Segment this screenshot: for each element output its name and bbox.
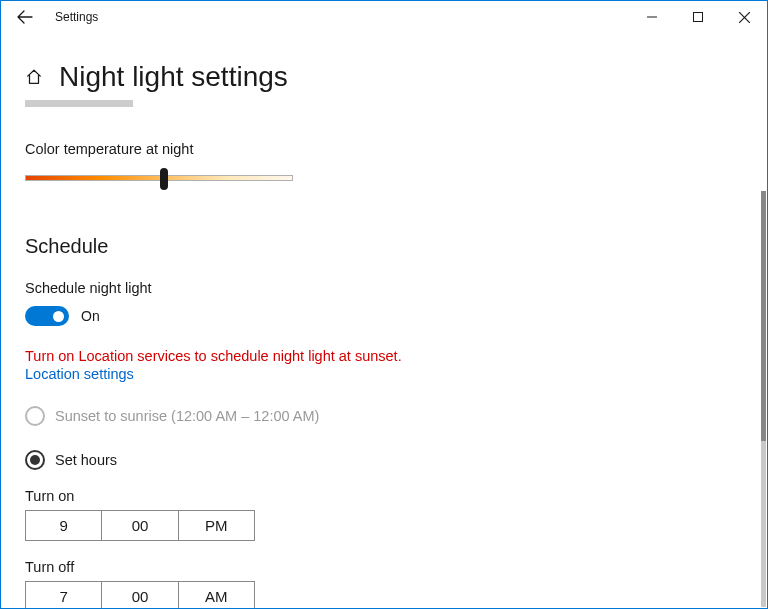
schedule-heading: Schedule bbox=[25, 235, 743, 258]
radio-sethours[interactable] bbox=[25, 450, 45, 470]
radio-sunset-row: Sunset to sunrise (12:00 AM – 12:00 AM) bbox=[25, 406, 743, 426]
title-bar: Settings bbox=[1, 1, 767, 33]
radio-sunset-label: Sunset to sunrise (12:00 AM – 12:00 AM) bbox=[55, 408, 319, 424]
location-warning: Turn on Location services to schedule ni… bbox=[25, 348, 743, 364]
minimize-icon bbox=[647, 12, 657, 22]
schedule-toggle[interactable] bbox=[25, 306, 69, 326]
turn-off-ampm[interactable]: AM bbox=[178, 582, 254, 608]
color-temperature-label: Color temperature at night bbox=[25, 141, 743, 157]
turn-off-label: Turn off bbox=[25, 559, 743, 575]
turn-on-hour[interactable]: 9 bbox=[26, 511, 101, 540]
radio-sethours-label: Set hours bbox=[55, 452, 117, 468]
page-title-row: Night light settings bbox=[25, 61, 743, 93]
schedule-toggle-state: On bbox=[81, 308, 100, 324]
toggle-knob bbox=[53, 311, 64, 322]
turn-off-time-picker[interactable]: 7 00 AM bbox=[25, 581, 255, 608]
decorative-bar bbox=[25, 100, 133, 107]
vertical-scrollbar[interactable] bbox=[761, 191, 766, 607]
arrow-left-icon bbox=[17, 9, 33, 25]
radio-sunset bbox=[25, 406, 45, 426]
maximize-button[interactable] bbox=[675, 1, 721, 33]
radio-sethours-row[interactable]: Set hours bbox=[25, 450, 743, 470]
home-icon[interactable] bbox=[25, 68, 43, 86]
back-button[interactable] bbox=[1, 1, 49, 33]
maximize-icon bbox=[693, 12, 703, 22]
window-title: Settings bbox=[49, 10, 98, 24]
scrollbar-thumb[interactable] bbox=[761, 191, 766, 441]
location-settings-link[interactable]: Location settings bbox=[25, 366, 743, 382]
turn-on-label: Turn on bbox=[25, 488, 743, 504]
turn-off-hour[interactable]: 7 bbox=[26, 582, 101, 608]
slider-thumb[interactable] bbox=[160, 168, 168, 190]
turn-on-ampm[interactable]: PM bbox=[178, 511, 254, 540]
turn-on-minute[interactable]: 00 bbox=[101, 511, 177, 540]
svg-rect-0 bbox=[694, 13, 703, 22]
close-button[interactable] bbox=[721, 1, 767, 33]
schedule-toggle-label: Schedule night light bbox=[25, 280, 743, 296]
close-icon bbox=[739, 12, 750, 23]
slider-track bbox=[25, 175, 293, 181]
turn-off-minute[interactable]: 00 bbox=[101, 582, 177, 608]
minimize-button[interactable] bbox=[629, 1, 675, 33]
page-title: Night light settings bbox=[59, 61, 288, 93]
turn-on-time-picker[interactable]: 9 00 PM bbox=[25, 510, 255, 541]
content-area: Night light settings Color temperature a… bbox=[1, 33, 767, 608]
color-temperature-slider[interactable] bbox=[25, 169, 293, 187]
